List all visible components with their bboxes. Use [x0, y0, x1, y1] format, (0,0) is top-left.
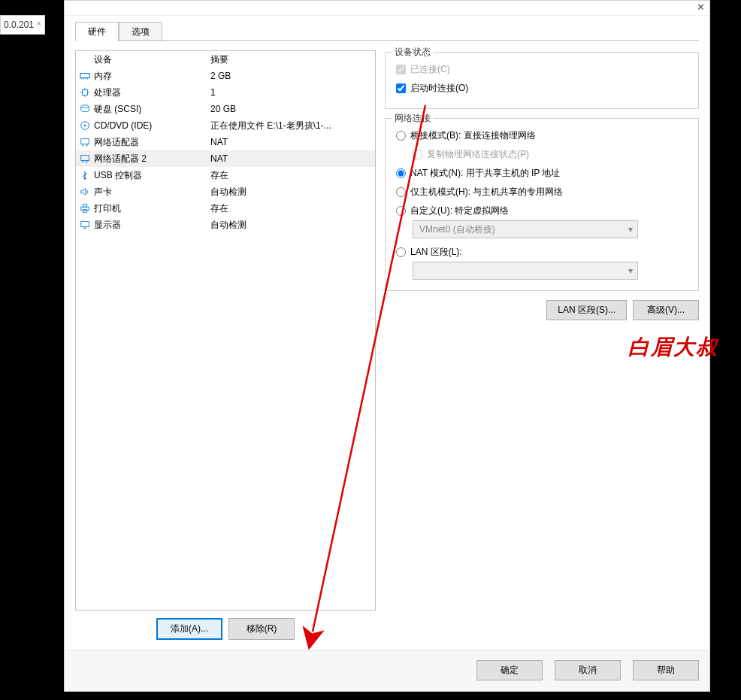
- device-name: 硬盘 (SCSI): [94, 103, 141, 116]
- add-button[interactable]: 添加(A)...: [156, 618, 222, 640]
- svg-point-10: [81, 105, 89, 108]
- network-connection-group: 网络连接 桥接模式(B): 直接连接物理网络 复制物理网络连接状态(P) NAT…: [385, 118, 699, 291]
- device-row[interactable]: 硬盘 (SCSI)20 GB: [76, 101, 375, 117]
- help-button[interactable]: 帮助: [633, 660, 699, 680]
- header-summary: 摘要: [210, 53, 375, 66]
- tab-strip: 硬件 选项: [65, 16, 709, 41]
- device-name: 网络适配器 2: [94, 153, 147, 165]
- connected-checkbox: [396, 65, 406, 74]
- device-row[interactable]: USB 控制器存在: [76, 167, 375, 183]
- vm-settings-dialog: ✕ 硬件 选项 设备 摘要 内存2 GB处理器1硬盘 (SCSI)20 GBCD…: [64, 0, 710, 692]
- browser-tab-fragment: 0.0.201 ×: [0, 15, 45, 35]
- device-status-group: 设备状态 已连接(C) 启动时连接(O): [385, 52, 699, 109]
- svg-rect-5: [83, 90, 88, 95]
- device-name: 声卡: [94, 186, 112, 198]
- device-row[interactable]: 网络适配器NAT: [76, 134, 375, 150]
- hardware-left-pane: 设备 摘要 内存2 GB处理器1硬盘 (SCSI)20 GBCD/DVD (ID…: [75, 50, 376, 650]
- hostonly-label: 仅主机模式(H): 与主机共享的专用网络: [410, 186, 563, 198]
- device-summary: NAT: [210, 153, 375, 164]
- device-name: 网络适配器: [94, 136, 139, 149]
- disc-icon: [79, 120, 91, 132]
- svg-rect-18: [81, 156, 89, 161]
- ok-button[interactable]: 确定: [476, 660, 543, 680]
- watermark-text: 白眉大叔: [628, 333, 718, 362]
- connect-at-poweron-label: 启动时连接(O): [410, 82, 468, 95]
- sound-icon: [79, 186, 91, 198]
- device-summary: 正在使用文件 E:\1-老男孩\1-...: [210, 120, 375, 132]
- lan-segments-button[interactable]: LAN 区段(S)...: [546, 300, 627, 320]
- header-device: 设备: [79, 53, 210, 66]
- tab-ip-label: 0.0.201: [4, 20, 34, 30]
- nat-label: NAT 模式(N): 用于共享主机的 IP 地址: [410, 167, 560, 180]
- device-row[interactable]: 处理器1: [76, 84, 375, 101]
- svg-point-12: [84, 125, 86, 127]
- remove-button[interactable]: 移除(R): [228, 618, 295, 640]
- bridged-radio[interactable]: [396, 131, 406, 141]
- svg-rect-25: [83, 205, 86, 208]
- custom-vmnet-select: VMnet0 (自动桥接) ▾: [413, 220, 638, 238]
- device-summary: NAT: [210, 137, 375, 147]
- custom-label: 自定义(U): 特定虚拟网络: [410, 205, 509, 217]
- svg-rect-0: [80, 74, 89, 78]
- usb-icon: [79, 169, 91, 181]
- device-name: 处理器: [94, 86, 121, 99]
- connected-label: 已连接(C): [410, 63, 450, 76]
- device-summary: 2 GB: [210, 71, 375, 81]
- device-name: 显示器: [94, 219, 121, 232]
- device-name: USB 控制器: [94, 169, 142, 182]
- device-row[interactable]: 显示器自动检测: [76, 217, 375, 233]
- advanced-button[interactable]: 高级(V)...: [633, 300, 699, 320]
- connect-at-poweron-checkbox[interactable]: [396, 83, 406, 93]
- memory-icon: [79, 70, 91, 82]
- device-row[interactable]: 声卡自动检测: [76, 183, 375, 200]
- bridged-label: 桥接模式(B): 直接连接物理网络: [410, 129, 536, 142]
- lansegment-radio[interactable]: [396, 247, 406, 257]
- dialog-titlebar: ✕: [65, 1, 709, 16]
- svg-rect-27: [81, 222, 89, 227]
- device-summary: 存在: [210, 202, 375, 215]
- device-row[interactable]: 网络适配器 2NAT: [76, 150, 375, 167]
- device-name: 内存: [94, 70, 112, 83]
- network-connection-legend: 网络连接: [392, 112, 434, 125]
- display-icon: [79, 219, 91, 231]
- tab-hardware[interactable]: 硬件: [75, 22, 119, 41]
- printer-icon: [79, 202, 91, 214]
- device-summary: 20 GB: [210, 104, 375, 114]
- dialog-footer: 确定 取消 帮助: [65, 650, 709, 691]
- svg-rect-13: [81, 139, 89, 144]
- cpu-icon: [79, 86, 91, 98]
- disk-icon: [79, 103, 91, 115]
- close-icon[interactable]: ✕: [697, 2, 705, 13]
- network-icon: [79, 136, 91, 148]
- replicate-checkbox: [413, 150, 422, 159]
- device-name: CD/DVD (IDE): [94, 120, 152, 131]
- svg-point-23: [84, 177, 86, 180]
- device-status-legend: 设备状态: [392, 46, 434, 59]
- tab-options[interactable]: 选项: [119, 22, 162, 41]
- chevron-down-icon: ▾: [628, 224, 633, 235]
- device-summary: 自动检测: [210, 186, 375, 198]
- device-summary: 自动检测: [210, 219, 375, 232]
- network-icon: [79, 153, 91, 165]
- hostonly-radio[interactable]: [396, 187, 406, 197]
- device-name: 打印机: [94, 202, 121, 215]
- replicate-label: 复制物理网络连接状态(P): [427, 148, 529, 161]
- device-row[interactable]: 内存2 GB: [76, 68, 375, 84]
- lansegment-select: ▾: [413, 262, 638, 280]
- list-header: 设备 摘要: [76, 51, 375, 68]
- nat-radio[interactable]: [396, 168, 406, 178]
- device-summary: 存在: [210, 169, 375, 182]
- close-icon[interactable]: ×: [37, 19, 41, 28]
- cancel-button[interactable]: 取消: [555, 660, 621, 680]
- lansegment-label: LAN 区段(L):: [410, 246, 462, 259]
- custom-radio[interactable]: [396, 206, 406, 216]
- device-list[interactable]: 设备 摘要 内存2 GB处理器1硬盘 (SCSI)20 GBCD/DVD (ID…: [75, 50, 376, 611]
- device-summary: 1: [210, 87, 375, 98]
- device-row[interactable]: 打印机存在: [76, 200, 375, 217]
- chevron-down-icon: ▾: [628, 265, 633, 276]
- device-row[interactable]: CD/DVD (IDE)正在使用文件 E:\1-老男孩\1-...: [76, 117, 375, 134]
